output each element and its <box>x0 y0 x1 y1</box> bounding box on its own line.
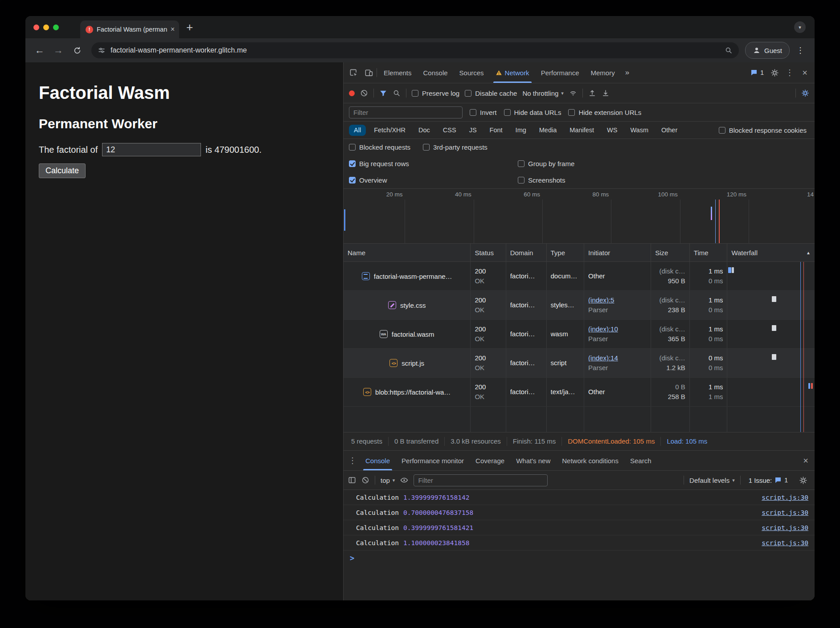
zoom-icon[interactable] <box>725 46 733 54</box>
column-header-type[interactable]: Type <box>547 244 585 261</box>
checkbox-big-request-rows[interactable]: Big request rows <box>349 160 409 167</box>
filter-chip-js[interactable]: JS <box>464 125 482 136</box>
console-source-link[interactable]: script.js:30 <box>762 494 808 501</box>
checkbox-screenshots[interactable]: Screenshots <box>518 176 565 184</box>
console-sidebar-icon[interactable] <box>348 476 356 484</box>
browser-tab[interactable]: ! Factorial Wasm (permanent W × <box>80 20 179 38</box>
filter-chip-img[interactable]: Img <box>511 125 531 136</box>
hide-data-urls-checkbox[interactable]: Hide data URLs <box>504 109 561 116</box>
throttling-select[interactable]: No throttling ▾ <box>522 90 563 97</box>
filter-chip-wasm[interactable]: Wasm <box>625 125 653 136</box>
device-toolbar-icon[interactable] <box>361 65 376 80</box>
console-source-link[interactable]: script.js:30 <box>762 539 808 546</box>
site-settings-icon[interactable] <box>98 46 106 54</box>
column-header-initiator[interactable]: Initiator <box>584 244 651 261</box>
filter-chip-css[interactable]: CSS <box>438 125 461 136</box>
devtools-tab-console[interactable]: Console <box>418 62 454 83</box>
zoom-window-button[interactable] <box>53 24 59 30</box>
network-request-row[interactable]: <>blob:https://factorial-wa…200OKfactori… <box>344 378 815 407</box>
invert-checkbox[interactable]: Invert <box>470 109 497 116</box>
filter-chip-manifest[interactable]: Manifest <box>565 125 599 136</box>
inspect-element-icon[interactable] <box>346 65 361 80</box>
search-icon[interactable] <box>393 89 401 97</box>
back-button[interactable]: ← <box>32 42 48 58</box>
console-issues-counter[interactable]: 1 Issue: 1 <box>746 477 791 484</box>
checkbox-overview[interactable]: Overview <box>349 176 387 184</box>
drawer-tab-network-conditions[interactable]: Network conditions <box>556 451 624 470</box>
tab-search-button[interactable]: ▾ <box>794 21 806 33</box>
devtools-menu-icon[interactable]: ⋮ <box>783 65 797 80</box>
minimize-window-button[interactable] <box>43 24 49 30</box>
devtools-tab-performance[interactable]: Performance <box>535 62 585 83</box>
clear-network-log-icon[interactable] <box>360 89 368 97</box>
filter-chip-ws[interactable]: WS <box>602 125 622 136</box>
network-settings-gear-icon[interactable] <box>801 89 809 97</box>
column-header-size[interactable]: Size <box>651 244 690 261</box>
column-header-time[interactable]: Time <box>690 244 728 261</box>
checkbox-group-by-frame[interactable]: Group by frame <box>518 160 574 167</box>
filter-chip-font[interactable]: Font <box>485 125 508 136</box>
profile-button[interactable]: Guest <box>745 42 790 59</box>
devtools-tab-sources[interactable]: Sources <box>454 62 490 83</box>
network-conditions-icon[interactable] <box>569 89 577 97</box>
hide-extension-urls-checkbox[interactable]: Hide extension URLs <box>568 109 641 116</box>
address-bar[interactable]: factorial-wasm-permanent-worker.glitch.m… <box>91 42 739 58</box>
eye-icon[interactable] <box>400 476 408 484</box>
issues-counter[interactable]: 1 <box>748 69 766 76</box>
console-settings-gear-icon[interactable] <box>796 473 810 487</box>
filter-chip-doc[interactable]: Doc <box>414 125 435 136</box>
devtools-tab-memory[interactable]: Memory <box>585 62 621 83</box>
clear-console-icon[interactable] <box>361 476 369 484</box>
export-har-icon[interactable] <box>602 89 610 97</box>
filter-icon[interactable] <box>379 89 387 97</box>
factorial-input[interactable] <box>102 143 201 156</box>
network-request-row[interactable]: <>script.js200OKfactori…script(index):14… <box>344 349 815 378</box>
close-window-button[interactable] <box>33 24 39 30</box>
tab-close-icon[interactable]: × <box>171 25 175 33</box>
reload-button[interactable] <box>69 42 85 58</box>
console-source-link[interactable]: script.js:30 <box>762 524 808 531</box>
drawer-tab-what-s-new[interactable]: What's new <box>510 451 556 470</box>
network-overview[interactable]: 20 ms40 ms60 ms80 ms100 ms120 ms14 <box>344 189 815 244</box>
network-request-row[interactable]: factorial-wasm-permane…200OKfactori…docu… <box>344 262 815 291</box>
import-har-icon[interactable] <box>588 89 596 97</box>
filter-chip-all[interactable]: All <box>349 125 366 136</box>
devtools-settings-icon[interactable] <box>767 65 782 80</box>
drawer-tab-coverage[interactable]: Coverage <box>470 451 510 470</box>
column-header-name[interactable]: Name <box>344 244 471 261</box>
drawer-tab-console[interactable]: Console <box>360 451 396 470</box>
devtools-close-icon[interactable]: × <box>798 65 812 80</box>
preserve-log-checkbox[interactable]: Preserve log <box>412 90 459 97</box>
filter-chip-fetch-xhr[interactable]: Fetch/XHR <box>369 125 410 136</box>
devtools-tab-elements[interactable]: Elements <box>378 62 418 83</box>
browser-menu-button[interactable]: ⋮ <box>792 42 808 58</box>
disable-cache-checkbox[interactable]: Disable cache <box>465 90 517 97</box>
network-filter-input[interactable] <box>349 106 463 118</box>
drawer-tab-search[interactable]: Search <box>624 451 657 470</box>
checkbox-blocked-requests[interactable]: Blocked requests <box>349 143 410 151</box>
devtools-tab-network[interactable]: Network <box>490 62 535 83</box>
calculate-button[interactable]: Calculate <box>39 163 86 178</box>
record-network-log-button[interactable] <box>349 90 355 96</box>
checkbox-3rd-party-requests[interactable]: 3rd-party requests <box>423 143 488 151</box>
filter-chip-other[interactable]: Other <box>656 125 682 136</box>
network-request-row[interactable]: WAfactorial.wasm200OKfactori…wasm(index)… <box>344 320 815 349</box>
column-header-domain[interactable]: Domain <box>506 244 547 261</box>
forward-button[interactable]: → <box>50 42 66 58</box>
url-text[interactable]: factorial-wasm-permanent-worker.glitch.m… <box>111 46 720 54</box>
filter-chip-media[interactable]: Media <box>534 125 562 136</box>
drawer-tab-performance-monitor[interactable]: Performance monitor <box>396 451 470 470</box>
javascript-context-select[interactable]: top ▾ <box>381 477 395 484</box>
column-header-status[interactable]: Status <box>471 244 506 261</box>
new-tab-button[interactable]: + <box>186 21 193 33</box>
column-header-waterfall[interactable]: Waterfall▲ <box>727 244 815 261</box>
log-levels-select[interactable]: Default levels ▾ <box>689 477 735 484</box>
console-source-link[interactable]: script.js:30 <box>762 509 808 516</box>
drawer-menu-icon[interactable]: ⋮ <box>345 453 360 468</box>
console-prompt[interactable]: > <box>344 551 815 566</box>
blocked-response-cookies-checkbox[interactable]: Blocked response cookies <box>719 126 807 134</box>
drawer-close-icon[interactable]: × <box>799 453 813 468</box>
console-filter-input[interactable] <box>414 474 548 486</box>
more-tabs-icon[interactable]: » <box>622 68 633 77</box>
network-request-row[interactable]: style.css200OKfactori…styles…(index):5Pa… <box>344 291 815 320</box>
